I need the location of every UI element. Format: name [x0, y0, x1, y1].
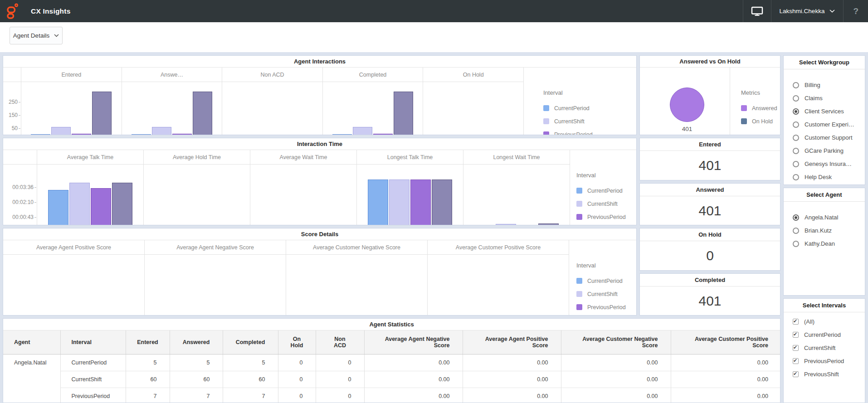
pie-data-label: 401	[670, 126, 704, 132]
bar-PreviousShift[interactable]	[432, 180, 452, 225]
bar-PreviousPeriod[interactable]	[373, 134, 393, 135]
radio-option-customer-support[interactable]: Customer Support	[793, 131, 865, 144]
chart-plot	[222, 82, 322, 135]
legend-item-previousperiod[interactable]: PreviousPeriod	[576, 210, 636, 223]
radio-checked-icon[interactable]	[793, 108, 799, 115]
radio-option-billing[interactable]: Billing	[793, 78, 865, 92]
help-button[interactable]: ?	[844, 0, 868, 22]
legend-item-currentshift[interactable]: CurrentShift	[576, 197, 636, 210]
checkbox-checked-icon[interactable]	[793, 371, 799, 377]
radio-option-angela-natal[interactable]: Angela.Natal	[793, 211, 865, 224]
checkbox-option-previousperiod[interactable]: PreviousPeriod	[793, 354, 865, 368]
checkbox-option-all[interactable]: (All)	[793, 315, 865, 328]
checkbox-checked-icon[interactable]	[793, 319, 799, 325]
legend-label: On Hold	[752, 118, 773, 125]
legend-label: CurrentPeriod	[587, 188, 623, 194]
radio-unchecked-icon[interactable]	[793, 121, 799, 128]
select-workgroup-panel: Select Workgroup BillingClaimsClient Ser…	[783, 55, 865, 185]
bar-PreviousShift[interactable]	[394, 92, 413, 135]
legend-item-previousshift[interactable]: PreviousShift	[576, 314, 636, 315]
radio-unchecked-icon[interactable]	[793, 161, 799, 167]
radio-unchecked-icon[interactable]	[793, 241, 799, 247]
legend-item-previousperiod[interactable]: PreviousPeriod	[543, 128, 636, 135]
legend-item-currentperiod[interactable]: CurrentPeriod	[576, 184, 636, 197]
cell: 0.00	[463, 354, 561, 371]
option-label: Genesys Insura…	[805, 160, 852, 167]
panel-title: Select Workgroup	[784, 56, 865, 69]
bar-group	[222, 82, 322, 135]
pie-slice-answered[interactable]	[670, 87, 704, 122]
view-selector-dropdown[interactable]: Agent Details	[10, 27, 63, 44]
legend-swatch	[543, 105, 549, 111]
legend-item-currentperiod[interactable]: CurrentPeriod	[543, 102, 636, 115]
radio-option-client-services[interactable]: Client Services	[793, 105, 865, 118]
agent-interactions-panel: Agent Interactions 25015050EnteredAnswe……	[3, 55, 637, 135]
legend-item-on-hold[interactable]: On Hold	[741, 115, 777, 128]
legend-item-previousperiod[interactable]: PreviousPeriod	[576, 301, 636, 314]
checkbox-option-currentperiod[interactable]: CurrentPeriod	[793, 328, 865, 341]
cell: 7	[223, 388, 278, 403]
bar-PreviousPeriod[interactable]	[410, 180, 431, 225]
radio-option-genesys-insura[interactable]: Genesys Insura…	[793, 157, 865, 170]
legend-label: PreviousPeriod	[587, 304, 626, 311]
bar-CurrentPeriod[interactable]	[48, 190, 68, 225]
bar-CurrentShift[interactable]	[152, 127, 171, 135]
bar-PreviousPeriod[interactable]	[91, 188, 111, 225]
radio-option-gcare-parking[interactable]: GCare Parking	[793, 144, 865, 157]
radio-unchecked-icon[interactable]	[793, 148, 799, 154]
bar-PreviousShift[interactable]	[92, 92, 112, 135]
cell: 60	[223, 371, 278, 388]
bar-CurrentPeriod[interactable]	[368, 180, 388, 225]
bar-CurrentShift[interactable]	[389, 180, 410, 225]
bar-CurrentPeriod[interactable]	[132, 134, 151, 135]
radio-option-kathy-dean[interactable]: Kathy.Dean	[793, 237, 865, 250]
bar-PreviousPeriod[interactable]	[172, 134, 192, 135]
checkbox-checked-icon[interactable]	[793, 345, 799, 351]
bar-group	[144, 165, 250, 225]
bar-CurrentPeriod[interactable]	[332, 134, 352, 135]
kpi-answered-panel: Answered 401	[639, 183, 780, 225]
user-menu[interactable]: Lakshmi.Chekka	[771, 0, 844, 22]
radio-option-help-desk[interactable]: Help Desk	[793, 170, 865, 184]
radio-option-brian-kutz[interactable]: Brian.Kutz	[793, 224, 865, 237]
option-label: PreviousPeriod	[804, 358, 844, 364]
checkbox-option-previousshift[interactable]: PreviousShift	[793, 368, 865, 381]
chart-plot	[21, 82, 122, 135]
legend-swatch	[543, 118, 549, 124]
y-tick-label: 00:03:36	[12, 184, 34, 190]
radio-unchecked-icon[interactable]	[793, 95, 799, 102]
legend-item-previousshift[interactable]: PreviousShift	[576, 223, 636, 225]
legend-swatch	[576, 278, 582, 284]
legend-item-currentperiod[interactable]: CurrentPeriod	[576, 274, 636, 287]
checkbox-checked-icon[interactable]	[793, 332, 799, 338]
bar-CurrentPeriod[interactable]	[31, 134, 50, 135]
monitor-icon[interactable]	[743, 0, 771, 22]
bar-CurrentShift[interactable]	[69, 183, 90, 225]
bar-CurrentShift[interactable]	[353, 127, 372, 135]
radio-unchecked-icon[interactable]	[793, 135, 799, 141]
bar-CurrentShift[interactable]	[51, 127, 71, 135]
table-row: CurrentShift606060000.000.000.000.00	[3, 371, 780, 388]
dashboard-content: Agent Interactions 25015050EnteredAnswe……	[0, 52, 868, 403]
user-name: Lakshmi.Chekka	[780, 8, 825, 15]
bar-PreviousShift[interactable]	[193, 92, 212, 135]
chart-column-average-customer-negative-score: Average Customer Negative Score	[286, 240, 427, 315]
radio-unchecked-icon[interactable]	[793, 174, 799, 180]
checkbox-option-currentshift[interactable]: CurrentShift	[793, 341, 865, 354]
radio-option-claims[interactable]: Claims	[793, 92, 865, 105]
chart-plot	[3, 255, 144, 315]
cell: 0	[278, 388, 316, 403]
bar-CurrentShift[interactable]	[496, 224, 516, 225]
legend-item-currentshift[interactable]: CurrentShift	[576, 287, 636, 301]
radio-unchecked-icon[interactable]	[793, 82, 799, 88]
cell: CurrentShift	[60, 371, 126, 388]
legend-item-answered[interactable]: Answered	[741, 102, 777, 115]
bar-PreviousShift[interactable]	[112, 183, 132, 225]
bar-PreviousPeriod[interactable]	[72, 134, 91, 135]
legend-item-currentshift[interactable]: CurrentShift	[543, 115, 636, 128]
radio-checked-icon[interactable]	[793, 214, 799, 221]
radio-unchecked-icon[interactable]	[793, 228, 799, 234]
bar-PreviousShift[interactable]	[538, 223, 559, 225]
checkbox-checked-icon[interactable]	[793, 358, 799, 364]
radio-option-customer-experi[interactable]: Customer Experi…	[793, 118, 865, 131]
